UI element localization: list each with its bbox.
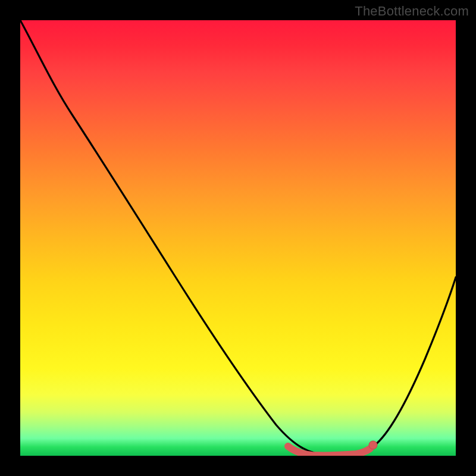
- marker-dot: [369, 441, 377, 449]
- curve-svg: [20, 20, 456, 456]
- plot-area: [20, 20, 456, 456]
- watermark-text: TheBottleneck.com: [355, 4, 469, 19]
- chart-frame: TheBottleneck.com: [0, 0, 476, 476]
- flat-region-highlight: [288, 446, 370, 455]
- bottleneck-curve-path: [20, 20, 456, 455]
